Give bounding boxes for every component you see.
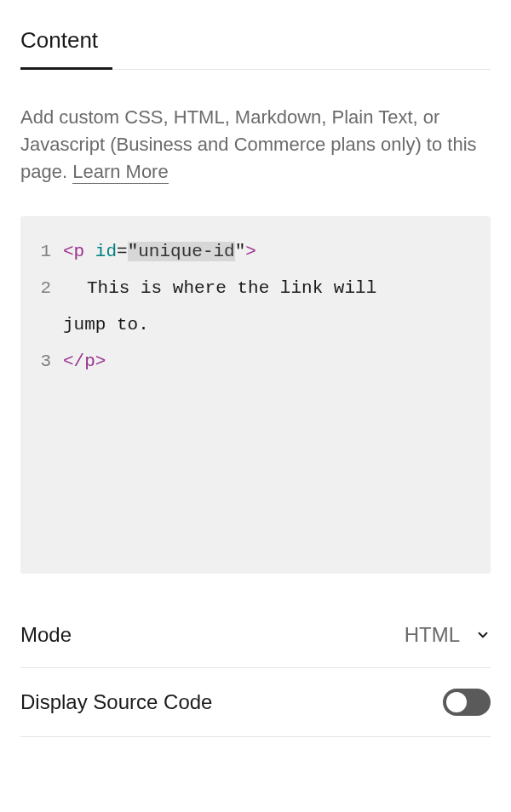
display-source-toggle[interactable] [443,689,491,716]
tab-header: Content [20,20,491,70]
code-content: jump to. [63,306,477,343]
mode-value: HTML [405,623,460,647]
learn-more-link[interactable]: Learn More [72,161,169,184]
line-number: 3 [34,343,63,380]
code-editor[interactable]: 1 <p id="unique-id"> 2 This is where the… [20,216,491,574]
code-content: This is where the link will [63,270,477,306]
display-source-label: Display Source Code [20,690,212,714]
line-number: 1 [34,233,63,270]
mode-label: Mode [20,623,72,647]
code-line-2-wrap: jump to. [34,306,477,343]
code-line-1: 1 <p id="unique-id"> [34,233,477,270]
code-line-2: 2 This is where the link will [34,270,477,306]
code-content: </p> [63,343,477,380]
line-number-empty [34,306,63,343]
mode-setting-row[interactable]: Mode HTML [20,603,491,668]
tab-content[interactable]: Content [20,20,98,69]
code-content: <p id="unique-id"> [63,233,477,270]
toggle-knob [446,692,467,712]
description-text: Add custom CSS, HTML, Markdown, Plain Te… [20,104,491,186]
mode-value-container: HTML [405,623,491,647]
chevron-down-icon [475,627,491,643]
code-line-3: 3 </p> [34,343,477,380]
display-source-setting-row: Display Source Code [20,668,491,737]
line-number: 2 [34,270,63,306]
